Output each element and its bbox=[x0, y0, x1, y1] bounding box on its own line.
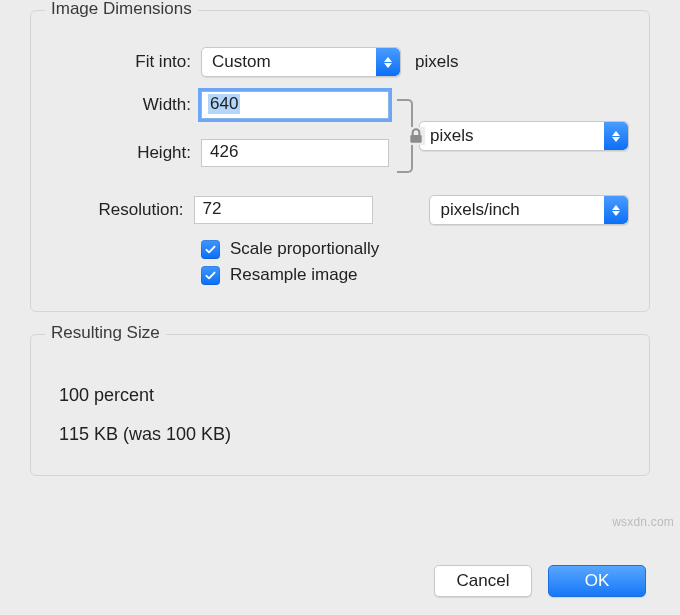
width-value: 640 bbox=[208, 94, 240, 114]
scale-proportionally-label: Scale proportionally bbox=[230, 239, 379, 259]
chevrons-icon bbox=[604, 122, 628, 150]
image-dimensions-group: Image Dimensions Fit into: Custom pixels… bbox=[30, 10, 650, 312]
chevrons-icon bbox=[376, 48, 400, 76]
lock-icon bbox=[407, 127, 425, 145]
svg-rect-0 bbox=[410, 135, 421, 143]
chevrons-icon bbox=[604, 196, 628, 224]
watermark: wsxdn.com bbox=[612, 515, 674, 529]
dialog-buttons: Cancel OK bbox=[434, 565, 646, 597]
fit-into-label: Fit into: bbox=[51, 52, 201, 72]
wh-unit-popup[interactable]: pixels bbox=[419, 121, 629, 151]
resolution-input[interactable]: 72 bbox=[194, 196, 373, 224]
width-input[interactable]: 640 bbox=[201, 91, 389, 119]
height-input[interactable]: 426 bbox=[201, 139, 389, 167]
resulting-size-title: Resulting Size bbox=[45, 323, 166, 343]
fit-into-row: Fit into: Custom pixels bbox=[51, 47, 629, 77]
image-dimensions-title: Image Dimensions bbox=[45, 0, 198, 19]
fit-into-popup[interactable]: Custom bbox=[201, 47, 401, 77]
resolution-unit-value: pixels/inch bbox=[440, 200, 519, 220]
resample-image-checkbox[interactable]: Resample image bbox=[201, 265, 629, 285]
resolution-unit-popup[interactable]: pixels/inch bbox=[429, 195, 629, 225]
fit-into-value: Custom bbox=[212, 52, 271, 72]
ok-button[interactable]: OK bbox=[548, 565, 646, 597]
resolution-value: 72 bbox=[203, 199, 222, 218]
fit-into-unit-label: pixels bbox=[401, 52, 458, 72]
result-filesize: 115 KB (was 100 KB) bbox=[59, 424, 621, 445]
height-label: Height: bbox=[51, 143, 201, 163]
height-value: 426 bbox=[210, 142, 238, 161]
wh-unit-value: pixels bbox=[430, 126, 473, 146]
result-percent: 100 percent bbox=[59, 385, 621, 406]
cancel-button[interactable]: Cancel bbox=[434, 565, 532, 597]
resample-image-label: Resample image bbox=[230, 265, 358, 285]
scale-proportionally-checkbox[interactable]: Scale proportionally bbox=[201, 239, 629, 259]
resolution-row: Resolution: 72 pixels/inch bbox=[51, 195, 629, 225]
width-label: Width: bbox=[51, 95, 201, 115]
checkbox-checked-icon bbox=[201, 240, 220, 259]
width-height-block: Width: 640 Height: 426 bbox=[51, 91, 629, 181]
resulting-size-group: Resulting Size 100 percent 115 KB (was 1… bbox=[30, 334, 650, 476]
checkbox-checked-icon bbox=[201, 266, 220, 285]
resolution-label: Resolution: bbox=[51, 200, 194, 220]
